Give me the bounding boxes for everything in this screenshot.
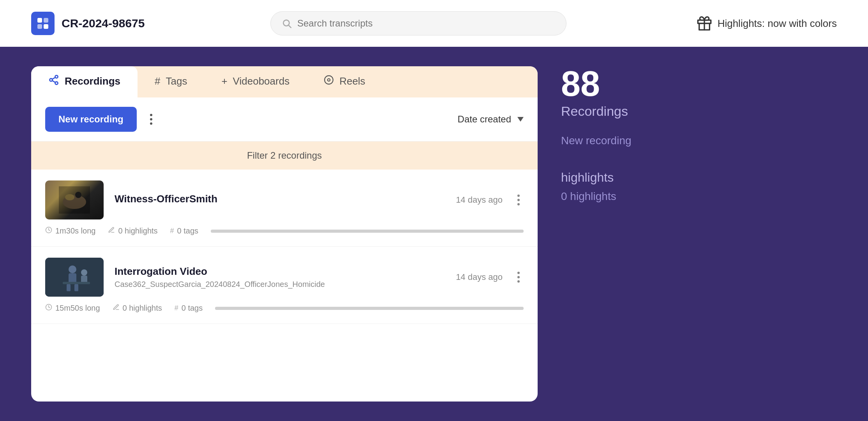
highlights-text: 0 highlights bbox=[118, 226, 157, 235]
recordings-count: 88 bbox=[561, 66, 813, 101]
progress-bar-fill bbox=[215, 307, 524, 310]
interrogation-thumbnail-svg bbox=[45, 258, 104, 297]
new-recording-button[interactable]: New recording bbox=[45, 107, 137, 132]
recording-actions-button[interactable] bbox=[513, 268, 524, 287]
main-content: Recordings # Tags + Videoboards bbox=[0, 47, 868, 421]
dot2 bbox=[517, 276, 520, 278]
recording-actions-button[interactable] bbox=[513, 191, 524, 209]
recording-info: Witness-OfficerSmith bbox=[115, 193, 445, 207]
svg-rect-23 bbox=[67, 284, 71, 291]
reels-icon bbox=[324, 75, 334, 88]
recordings-icon bbox=[48, 74, 59, 88]
tags-text: 0 tags bbox=[177, 226, 198, 235]
right-area: 88 Recordings New recording highlights 0… bbox=[538, 66, 837, 402]
svg-rect-3 bbox=[44, 24, 48, 29]
recording-meta-row: 1m30s long 0 highlights bbox=[45, 226, 524, 235]
sort-selector[interactable]: Date created bbox=[458, 114, 524, 125]
svg-point-13 bbox=[325, 76, 333, 84]
thumb-interrogation-visual bbox=[45, 258, 104, 297]
sort-arrow-icon bbox=[517, 117, 524, 122]
dot3 bbox=[517, 280, 520, 283]
tab-reels[interactable]: Reels bbox=[307, 66, 382, 97]
meta-duration: 1m30s long bbox=[45, 226, 95, 235]
top-right-area: Highlights: now with colors bbox=[681, 16, 837, 31]
recording-list: Witness-OfficerSmith 14 days ago bbox=[31, 170, 538, 324]
logo-svg bbox=[36, 16, 50, 30]
tab-tags-label: Tags bbox=[166, 75, 187, 87]
svg-rect-2 bbox=[37, 24, 42, 29]
recordings-count-area: 88 Recordings bbox=[561, 66, 813, 119]
dot1 bbox=[517, 272, 520, 274]
left-panel: Recordings # Tags + Videoboards bbox=[31, 66, 538, 402]
app-logo bbox=[31, 12, 55, 35]
plus-icon: + bbox=[221, 75, 227, 87]
search-bar-wrapper bbox=[171, 11, 665, 35]
svg-point-15 bbox=[63, 195, 86, 209]
highlights-banner: Highlights: now with colors bbox=[718, 18, 837, 30]
tags-icon: # bbox=[175, 304, 178, 312]
tags-icon: # bbox=[170, 227, 174, 235]
clock-icon bbox=[45, 304, 52, 313]
recordings-count-label: Recordings bbox=[561, 104, 813, 119]
tab-recordings[interactable]: Recordings bbox=[31, 66, 138, 97]
more-options-button[interactable] bbox=[145, 111, 158, 128]
tab-recordings-label: Recordings bbox=[65, 75, 120, 87]
search-bar-container[interactable] bbox=[270, 11, 566, 35]
toolbar: New recording Date created bbox=[31, 97, 538, 142]
svg-line-12 bbox=[52, 78, 55, 80]
meta-tags: # 0 tags bbox=[175, 304, 203, 313]
highlight-icon bbox=[113, 304, 120, 313]
food-thumbnail-svg bbox=[59, 186, 90, 214]
meta-tags: # 0 tags bbox=[170, 226, 199, 235]
hash-icon: # bbox=[155, 75, 160, 87]
recording-time: 14 days ago bbox=[456, 195, 503, 205]
new-recording-hint: New recording bbox=[561, 134, 813, 147]
highlights-section: highlights 0 highlights bbox=[561, 170, 813, 203]
highlight-icon bbox=[108, 226, 115, 235]
svg-rect-0 bbox=[37, 18, 42, 23]
recording-item[interactable]: Witness-OfficerSmith 14 days ago bbox=[31, 170, 538, 247]
dot2 bbox=[517, 199, 520, 201]
gift-icon-area: Highlights: now with colors bbox=[697, 16, 837, 31]
dot1 bbox=[150, 114, 152, 116]
svg-rect-1 bbox=[44, 18, 48, 23]
progress-bar bbox=[211, 230, 524, 233]
svg-point-21 bbox=[69, 265, 76, 273]
filter-text: Filter 2 recordings bbox=[247, 150, 322, 161]
tab-reels-label: Reels bbox=[339, 75, 365, 87]
project-name: CR-2024-98675 bbox=[62, 17, 145, 30]
clock-icon bbox=[45, 226, 52, 235]
progress-bar bbox=[215, 307, 524, 310]
svg-point-14 bbox=[328, 79, 330, 81]
meta-duration: 15m50s long bbox=[45, 304, 100, 313]
logo-area: CR-2024-98675 bbox=[31, 12, 156, 35]
thumb-food-visual bbox=[45, 180, 104, 219]
highlights-section-title: highlights bbox=[561, 170, 813, 185]
svg-line-11 bbox=[52, 81, 55, 83]
recording-title: Interrogation Video bbox=[115, 265, 445, 278]
tabs-bar: Recordings # Tags + Videoboards bbox=[31, 66, 538, 97]
search-input[interactable] bbox=[297, 18, 555, 29]
svg-rect-27 bbox=[63, 282, 90, 284]
top-bar: CR-2024-98675 Highlights: n bbox=[0, 0, 868, 47]
duration-text: 1m30s long bbox=[55, 226, 95, 235]
recording-title: Witness-OfficerSmith bbox=[115, 193, 445, 205]
tab-tags[interactable]: # Tags bbox=[138, 66, 204, 97]
search-icon bbox=[282, 18, 292, 28]
tab-videoboards-label: Videoboards bbox=[233, 75, 290, 87]
highlights-text: 0 highlights bbox=[123, 304, 162, 313]
svg-rect-24 bbox=[74, 284, 78, 291]
recording-time: 14 days ago bbox=[456, 272, 503, 282]
highlights-count: 0 highlights bbox=[561, 190, 813, 203]
svg-point-17 bbox=[75, 192, 81, 198]
dot3 bbox=[517, 203, 520, 205]
recording-thumbnail bbox=[45, 258, 104, 297]
svg-point-16 bbox=[65, 194, 74, 200]
tab-videoboards[interactable]: + Videoboards bbox=[204, 66, 307, 97]
recording-meta-row: 15m50s long 0 highlights bbox=[45, 304, 524, 313]
recording-subtitle: Case362_SuspectGarcia_20240824_OfficerJo… bbox=[115, 280, 445, 289]
filter-bar: Filter 2 recordings bbox=[31, 142, 538, 170]
duration-text: 15m50s long bbox=[55, 304, 100, 313]
recording-row: Interrogation Video Case362_SuspectGarci… bbox=[45, 258, 524, 297]
recording-item[interactable]: Interrogation Video Case362_SuspectGarci… bbox=[31, 247, 538, 324]
